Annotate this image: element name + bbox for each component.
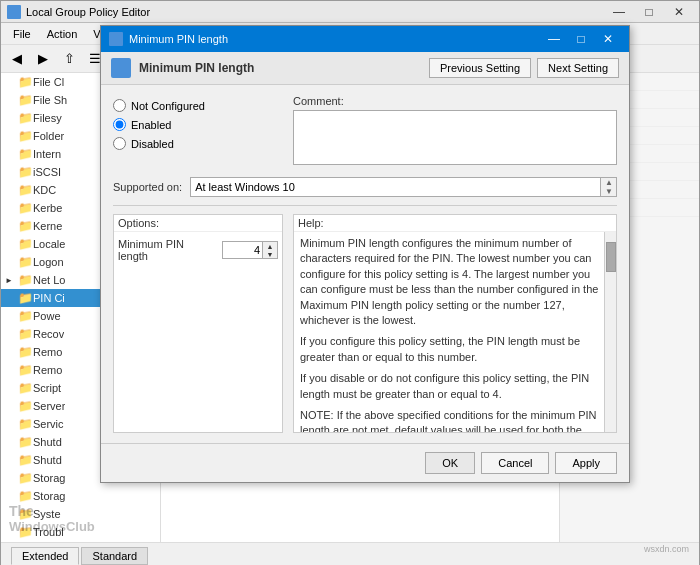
modal-header-actions: Previous Setting Next Setting	[429, 58, 619, 78]
help-text-1: Minimum PIN length configures the minimu…	[300, 236, 610, 328]
radio-enabled-input[interactable]	[113, 118, 126, 131]
number-input-wrapper: ▲ ▼	[222, 241, 278, 259]
supported-value-field: At least Windows 10 ▲ ▼	[190, 177, 617, 197]
modal-overlay: Minimum PIN length ― □ ✕ Minimum PIN len…	[0, 0, 700, 565]
radio-disabled-input[interactable]	[113, 137, 126, 150]
modal-minimize-button[interactable]: ―	[541, 29, 567, 49]
next-setting-button[interactable]: Next Setting	[537, 58, 619, 78]
modal-body: Not Configured Enabled Disabled Commen	[101, 85, 629, 443]
pin-length-input[interactable]	[223, 242, 263, 258]
options-panel: Options: Minimum PIN length ▲ ▼	[113, 214, 283, 433]
supported-value-text: At least Windows 10	[195, 181, 295, 193]
previous-setting-button[interactable]: Previous Setting	[429, 58, 531, 78]
modal-header-title: Minimum PIN length	[139, 61, 254, 75]
supported-label: Supported on:	[113, 181, 182, 193]
modal-close-button[interactable]: ✕	[595, 29, 621, 49]
modal-titlebar-controls: ― □ ✕	[541, 29, 621, 49]
supported-row: Supported on: At least Windows 10 ▲ ▼	[113, 177, 617, 197]
radio-not-configured-label: Not Configured	[131, 100, 205, 112]
scroll-down-arrow: ▼	[601, 187, 617, 196]
help-scroll-thumb	[606, 242, 616, 272]
pin-length-option-label: Minimum PIN length	[118, 238, 216, 262]
radio-not-configured-input[interactable]	[113, 99, 126, 112]
spinner-down-button[interactable]: ▼	[263, 250, 277, 258]
radio-not-configured[interactable]: Not Configured	[113, 99, 283, 112]
number-spinners: ▲ ▼	[263, 242, 277, 258]
radio-disabled[interactable]: Disabled	[113, 137, 283, 150]
help-panel-header: Help:	[294, 215, 616, 232]
modal-maximize-button[interactable]: □	[568, 29, 594, 49]
modal-radio-section: Not Configured Enabled Disabled	[113, 95, 283, 167]
cancel-button[interactable]: Cancel	[481, 452, 549, 474]
radio-disabled-label: Disabled	[131, 138, 174, 150]
modal-titlebar: Minimum PIN length ― □ ✕	[101, 26, 629, 52]
radio-group: Not Configured Enabled Disabled	[113, 99, 283, 150]
modal-title: Minimum PIN length	[129, 33, 228, 45]
help-text-2: If you configure this policy setting, th…	[300, 334, 610, 365]
comment-label: Comment:	[293, 95, 617, 107]
help-scrollbar[interactable]	[604, 232, 616, 432]
apply-button[interactable]: Apply	[555, 452, 617, 474]
options-help-section: Options: Minimum PIN length ▲ ▼	[113, 205, 617, 433]
ok-button[interactable]: OK	[425, 452, 475, 474]
options-panel-body: Minimum PIN length ▲ ▼	[114, 232, 282, 272]
modal-header: Minimum PIN length Previous Setting Next…	[101, 52, 629, 85]
radio-enabled[interactable]: Enabled	[113, 118, 283, 131]
help-text-4: NOTE: If the above specified conditions …	[300, 408, 610, 432]
modal-titlebar-icon	[109, 32, 123, 46]
pin-length-option-row: Minimum PIN length ▲ ▼	[118, 238, 278, 262]
help-text-3: If you disable or do not configure this …	[300, 371, 610, 402]
modal-header-icon	[111, 58, 131, 78]
modal-comment-section: Comment:	[293, 95, 617, 167]
radio-enabled-label: Enabled	[131, 119, 171, 131]
scroll-indicator: ▲ ▼	[600, 178, 616, 196]
help-panel-body: Minimum PIN length configures the minimu…	[294, 232, 616, 432]
spinner-up-button[interactable]: ▲	[263, 242, 277, 250]
modal-top-row: Not Configured Enabled Disabled Commen	[113, 95, 617, 167]
modal-footer: OK Cancel Apply	[101, 443, 629, 482]
modal-dialog: Minimum PIN length ― □ ✕ Minimum PIN len…	[100, 25, 630, 483]
comment-textarea[interactable]	[293, 110, 617, 165]
options-panel-header: Options:	[114, 215, 282, 232]
help-panel: Help: Minimum PIN length configures the …	[293, 214, 617, 433]
scroll-up-arrow: ▲	[601, 178, 617, 187]
